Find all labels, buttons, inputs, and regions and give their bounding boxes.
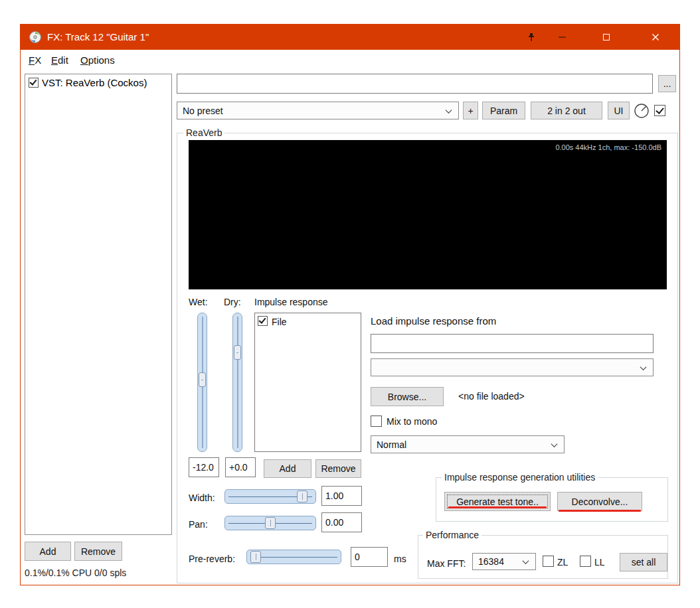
fx-window: FX: Track 12 "Guitar 1" FX Edit Options [20, 24, 680, 585]
window-title: FX: Track 12 "Guitar 1" [47, 25, 149, 50]
width-slider-handle[interactable] [297, 491, 307, 502]
add-fx-button[interactable]: Add [25, 542, 71, 561]
dry-label: Dry: [224, 297, 241, 307]
pan-label: Pan: [189, 519, 208, 530]
performance-group-label: Performance [423, 530, 481, 540]
pre-reverb-label: Pre-reverb: [189, 554, 235, 564]
menu-item-edit[interactable]: Edit [51, 50, 68, 71]
file-status: <no file loaded> [458, 391, 525, 402]
reaper-icon [29, 31, 42, 44]
reaverb-group-label: ReaVerb [183, 127, 224, 138]
dry-slider-handle[interactable] [234, 345, 241, 360]
fx-enabled-checkbox[interactable] [654, 105, 665, 116]
chevron-down-icon [523, 558, 529, 564]
maximize-icon [603, 34, 610, 40]
pre-reverb-value-input[interactable] [351, 547, 388, 567]
title-bar[interactable]: FX: Track 12 "Guitar 1" [21, 25, 679, 50]
chevron-down-icon [551, 441, 558, 447]
impulse-file-list[interactable]: File [254, 313, 361, 452]
pre-reverb-slider[interactable] [246, 550, 341, 564]
more-options-button[interactable]: ... [658, 75, 676, 92]
ms-label: ms [394, 554, 406, 564]
routing-button[interactable]: 2 in 2 out [531, 102, 602, 119]
ui-button[interactable]: UI [608, 102, 630, 119]
ll-checkbox[interactable] [580, 556, 591, 567]
chevron-down-icon [640, 364, 647, 370]
fx-chain-item-label: VST: ReaVerb (Cockos) [42, 77, 147, 88]
wet-label: Wet: [189, 297, 208, 307]
dry-value-input[interactable] [225, 457, 256, 477]
param-button[interactable]: Param [482, 102, 525, 119]
remove-fx-button[interactable]: Remove [74, 542, 122, 561]
pan-slider-handle[interactable] [265, 517, 276, 529]
deconvolve-button[interactable]: Deconvolve... [557, 492, 642, 511]
preset-add-button[interactable]: + [463, 102, 478, 119]
fx-comment-input[interactable] [177, 74, 653, 94]
menu-bar: FX Edit Options [21, 50, 679, 71]
width-value-input[interactable] [321, 486, 362, 506]
annotation-underline-generate [448, 506, 547, 508]
load-impulse-label: Load impulse response from [371, 315, 496, 327]
mode-dropdown[interactable]: Normal [371, 435, 565, 453]
fx-chain-item[interactable]: VST: ReaVerb (Cockos) [27, 76, 169, 90]
chevron-down-icon [446, 107, 452, 114]
minimize-button[interactable] [547, 25, 576, 50]
generate-test-tone-label: Generate test tone.. [456, 496, 539, 507]
annotation-underline-deconvolve [559, 510, 641, 512]
menu-item-fx[interactable]: FX [29, 50, 41, 71]
minimize-icon [559, 37, 566, 38]
max-fft-dropdown[interactable]: 16384 [472, 553, 536, 570]
browse-button[interactable]: Browse... [371, 387, 444, 406]
zl-label: ZL [557, 557, 568, 568]
zl-checkbox[interactable] [543, 556, 554, 567]
generate-test-tone-button[interactable]: Generate test tone.. [444, 492, 551, 511]
width-label: Width: [189, 493, 215, 503]
mix-to-mono-checkbox[interactable] [371, 416, 382, 427]
wet-slider-handle[interactable] [199, 372, 206, 387]
impulse-add-button[interactable]: Add [264, 459, 311, 478]
set-all-button[interactable]: set all [620, 553, 667, 571]
generation-group-label: Impulse response generation utilities [442, 472, 598, 483]
impulse-path-input[interactable] [371, 334, 654, 353]
ll-label: LL [594, 557, 605, 568]
impulse-response-label: Impulse response [254, 297, 328, 307]
pan-value-input[interactable] [321, 512, 362, 532]
cpu-status: 0.1%/0.1% CPU 0/0 spls [25, 568, 126, 578]
pan-slider[interactable] [224, 516, 316, 530]
max-fft-label: Max FFT: [427, 558, 466, 569]
wet-value-input[interactable] [189, 457, 219, 477]
file-item-checkbox[interactable] [258, 316, 268, 326]
impulse-remove-button[interactable]: Remove [315, 459, 361, 478]
file-item-label: File [272, 317, 287, 327]
menu-item-options[interactable]: Options [80, 50, 115, 71]
waveform-display[interactable]: 0.00s 44kHz 1ch, max: -150.0dB [189, 140, 667, 289]
mix-to-mono-label: Mix to mono [387, 416, 437, 427]
preset-value: No preset [183, 106, 223, 116]
close-icon [650, 32, 661, 42]
mode-value: Normal [377, 439, 406, 450]
display-info: 0.00s 44kHz 1ch, max: -150.0dB [555, 143, 661, 151]
width-slider[interactable] [224, 489, 316, 504]
fx-chain-panel[interactable]: VST: ReaVerb (Cockos) [25, 74, 172, 535]
impulse-source-dropdown[interactable] [371, 358, 654, 376]
pre-reverb-slider-handle[interactable] [250, 551, 261, 563]
pin-button[interactable] [519, 25, 543, 50]
close-button[interactable] [639, 25, 672, 50]
dry-slider[interactable] [232, 313, 242, 452]
fx-enable-checkbox[interactable] [29, 78, 39, 88]
maximize-button[interactable] [592, 25, 621, 50]
wet-slider[interactable] [197, 313, 207, 452]
max-fft-value: 16384 [478, 556, 504, 567]
wetdry-knob[interactable] [633, 102, 650, 119]
preset-dropdown[interactable]: No preset [177, 102, 459, 119]
